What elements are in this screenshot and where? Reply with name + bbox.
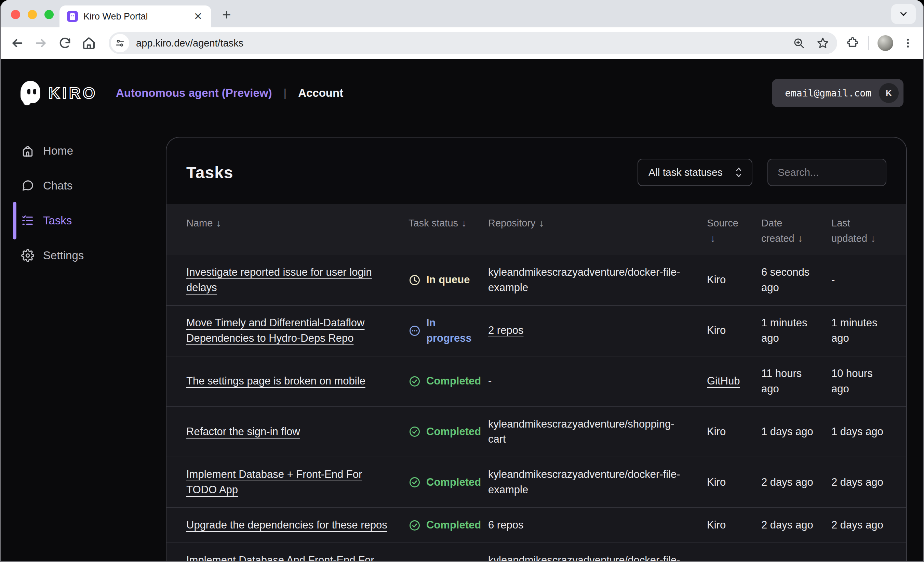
status-completed-icon bbox=[408, 476, 421, 488]
status-label: Completed bbox=[426, 517, 481, 533]
close-window-button[interactable] bbox=[11, 10, 20, 19]
last-updated-cell: 2 days ago bbox=[831, 475, 903, 490]
kiro-favicon bbox=[67, 11, 78, 22]
extensions-puzzle-icon[interactable] bbox=[846, 37, 859, 50]
ghost-icon bbox=[21, 81, 42, 105]
account-email-pill[interactable]: email@gmail.com K bbox=[772, 79, 903, 107]
reload-icon[interactable] bbox=[58, 36, 72, 50]
source-text: Kiro bbox=[707, 425, 726, 437]
nav-autonomous-agent-link[interactable]: Autonomous agent (Preview) bbox=[116, 87, 272, 99]
repository-link[interactable]: 2 repos bbox=[488, 324, 524, 336]
status-label: Completed bbox=[426, 475, 481, 490]
status-label: In progress bbox=[426, 316, 473, 346]
source-cell: Kiro bbox=[707, 475, 761, 490]
column-label: Source bbox=[707, 218, 738, 228]
back-icon[interactable] bbox=[10, 36, 24, 50]
column-header-source[interactable]: Source↓ bbox=[707, 215, 761, 246]
app-header: KIRO Autonomous agent (Preview) | Accoun… bbox=[1, 59, 923, 127]
account-email: email@gmail.com bbox=[785, 87, 872, 99]
minimize-window-button[interactable] bbox=[28, 10, 37, 19]
tab-close-icon[interactable]: ✕ bbox=[192, 10, 204, 23]
column-header-last-updated[interactable]: Last updated↓ bbox=[831, 215, 903, 246]
new-tab-button[interactable]: + bbox=[222, 6, 231, 23]
repository-cell: kyleandmikescrazyadventure/docker-file-e… bbox=[488, 265, 707, 296]
task-status-cell: In queue bbox=[408, 272, 488, 288]
task-name-cell: Move Timely and Differential-Dataflow De… bbox=[186, 316, 408, 346]
task-name-link[interactable]: Investigate reported issue for user logi… bbox=[186, 266, 372, 293]
nav-account-link[interactable]: Account bbox=[298, 87, 343, 99]
zoom-icon[interactable] bbox=[793, 37, 805, 49]
home-icon[interactable] bbox=[82, 36, 96, 50]
app-body: HomeChatsTasksSettings Tasks All task st… bbox=[1, 127, 923, 561]
sort-descending-icon: ↓ bbox=[539, 215, 544, 231]
address-bar[interactable]: app.kiro.dev/agent/tasks bbox=[109, 32, 837, 54]
sidebar-item-tasks[interactable]: Tasks bbox=[1, 209, 166, 232]
date-created-cell: 2 days ago bbox=[761, 517, 831, 533]
source-link[interactable]: GitHub bbox=[707, 375, 740, 387]
task-name-cell: Implement Database + Front-End For TODO … bbox=[186, 467, 408, 498]
status-label: Completed bbox=[426, 424, 481, 440]
bookmark-star-icon[interactable] bbox=[817, 37, 829, 49]
url-text[interactable]: app.kiro.dev/agent/tasks bbox=[136, 38, 781, 49]
task-name-link[interactable]: Move Timely and Differential-Dataflow De… bbox=[186, 317, 364, 344]
repository-cell: kyleandmikescrazyadventure/shopping-cart bbox=[488, 417, 707, 448]
browser-tab[interactable]: Kiro Web Portal ✕ bbox=[60, 6, 211, 27]
task-name-link[interactable]: Upgrade the dependencies for these repos bbox=[186, 519, 387, 531]
brand-wordmark: KIRO bbox=[48, 84, 98, 102]
source-cell: Kiro bbox=[707, 323, 761, 338]
kebab-menu-icon[interactable] bbox=[902, 37, 914, 49]
date-created-cell: 2 days ago bbox=[761, 475, 831, 490]
date-created-cell: 2 days ago bbox=[761, 560, 831, 561]
repository-text: kyleandmikescrazyadventure/docker-file-e… bbox=[488, 266, 680, 293]
source-cell: GitHub bbox=[707, 374, 761, 389]
browser-window: Kiro Web Portal ✕ + app.kiro.dev/agent/t… bbox=[0, 0, 924, 562]
browser-toolbar: app.kiro.dev/agent/tasks bbox=[1, 27, 923, 59]
sidebar-item-settings[interactable]: Settings bbox=[1, 244, 166, 267]
header-nav: Autonomous agent (Preview) | Account bbox=[116, 87, 343, 99]
tab-search-chevron-button[interactable] bbox=[891, 4, 916, 24]
task-name-link[interactable]: Refactor the sign-in flow bbox=[186, 425, 300, 437]
repository-cell: 6 repos bbox=[488, 517, 707, 533]
sort-descending-icon: ↓ bbox=[871, 231, 876, 246]
tasks-icon bbox=[21, 214, 34, 227]
date-created-cell: 11 hours ago bbox=[761, 366, 831, 397]
task-status-filter[interactable]: All task statuses bbox=[638, 159, 752, 186]
sidebar: HomeChatsTasksSettings bbox=[1, 127, 166, 561]
repository-text: kyleandmikescrazyadventure/docker-file-e… bbox=[488, 554, 680, 561]
task-name-cell: Refactor the sign-in flow bbox=[186, 424, 408, 440]
search-input[interactable] bbox=[767, 159, 886, 186]
kiro-app: KIRO Autonomous agent (Preview) | Accoun… bbox=[1, 59, 923, 561]
profile-avatar[interactable] bbox=[878, 35, 893, 51]
site-settings-icon[interactable] bbox=[111, 34, 129, 52]
toolbar-right bbox=[846, 35, 914, 51]
forward-icon[interactable] bbox=[34, 36, 48, 50]
task-name-link[interactable]: The settings page is broken on mobile bbox=[186, 375, 365, 387]
status-completed-icon bbox=[408, 519, 421, 532]
table-controls: All task statuses bbox=[638, 159, 886, 186]
tab-title: Kiro Web Portal bbox=[83, 11, 192, 22]
task-name-link[interactable]: Implement Database + Front-End For TODO … bbox=[186, 468, 362, 496]
column-label: Task status bbox=[408, 218, 458, 228]
date-created-cell: 6 seconds ago bbox=[761, 265, 831, 296]
last-updated-cell: 1 minutes ago bbox=[831, 316, 903, 346]
table-row: Implement Database And Front-End For Sim… bbox=[166, 542, 906, 561]
last-updated-cell: 10 hours ago bbox=[831, 366, 903, 397]
sidebar-item-home[interactable]: Home bbox=[1, 140, 166, 162]
status-label: Completed bbox=[426, 374, 481, 389]
account-avatar[interactable]: K bbox=[879, 83, 899, 103]
column-header-date-created[interactable]: Date created↓ bbox=[761, 215, 831, 246]
sidebar-item-chats[interactable]: Chats bbox=[1, 174, 166, 197]
filter-value: All task statuses bbox=[648, 167, 734, 178]
column-header-name[interactable]: Name↓ bbox=[186, 215, 408, 231]
column-header-repository[interactable]: Repository↓ bbox=[488, 215, 707, 231]
source-text: Kiro bbox=[707, 476, 726, 488]
task-name-link[interactable]: Implement Database And Front-End For Sim… bbox=[186, 554, 374, 561]
column-header-task-status[interactable]: Task status↓ bbox=[408, 215, 488, 231]
column-label: Date created bbox=[761, 218, 795, 244]
kiro-logo[interactable]: KIRO bbox=[21, 81, 98, 105]
gear-icon bbox=[21, 249, 34, 262]
maximize-window-button[interactable] bbox=[45, 10, 54, 19]
status-progress-icon bbox=[408, 325, 421, 337]
active-indicator bbox=[13, 202, 16, 239]
sidebar-item-label: Home bbox=[43, 144, 73, 157]
